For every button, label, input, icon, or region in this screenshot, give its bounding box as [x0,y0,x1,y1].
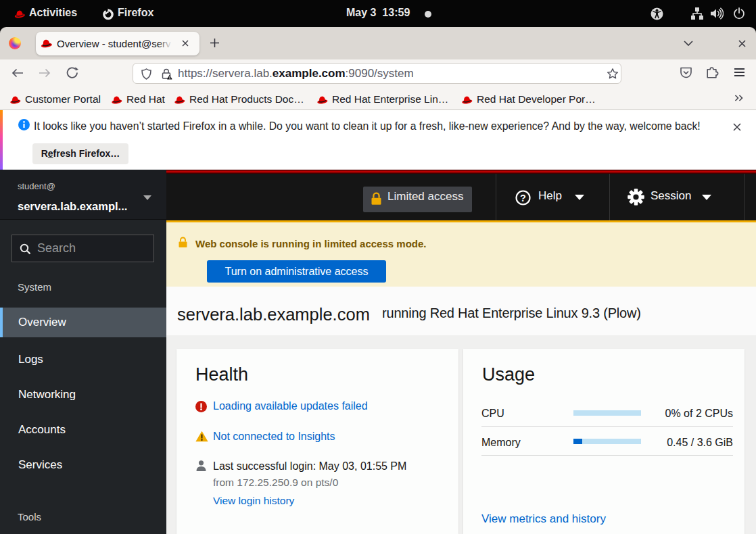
svg-text:?: ? [520,193,526,203]
